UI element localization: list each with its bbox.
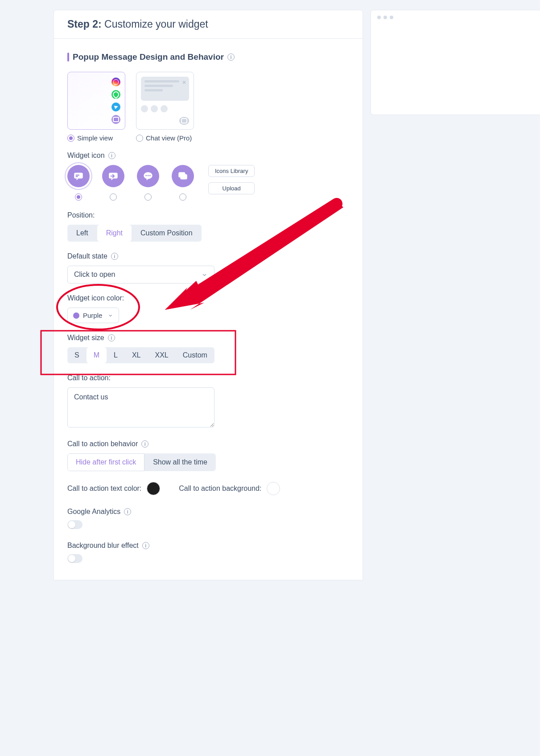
position-custom[interactable]: Custom Position	[132, 225, 202, 242]
svg-rect-2	[76, 176, 78, 177]
info-icon[interactable]	[124, 508, 131, 515]
size-xl[interactable]: XL	[125, 347, 148, 363]
default-state-select[interactable]: Click to open	[67, 266, 214, 284]
size-xxl[interactable]: XXL	[148, 347, 175, 363]
icon-color-dropdown[interactable]: Purple	[67, 308, 119, 323]
ga-label: Google Analytics	[67, 508, 349, 516]
position-right[interactable]: Right	[97, 225, 132, 242]
icons-library-button[interactable]: Icons Library	[208, 165, 255, 177]
cta-behavior-hide[interactable]: Hide after first click	[67, 453, 144, 471]
info-icon[interactable]	[227, 53, 235, 61]
view-option-simple[interactable]: Simple view	[67, 72, 125, 142]
chat-view-radio-row[interactable]: Chat view (Pro)	[136, 134, 194, 142]
radio-selected-icon	[67, 135, 74, 142]
upload-button[interactable]: Upload	[208, 182, 255, 194]
step-title: Step 2: Customize your widget	[67, 18, 349, 30]
view-option-chat[interactable]: ✕ Chat view (Pro)	[136, 72, 194, 142]
svg-point-5	[145, 175, 147, 177]
size-s[interactable]: S	[67, 347, 87, 363]
ga-toggle[interactable]	[67, 520, 82, 529]
svg-point-6	[148, 175, 149, 177]
widget-icon-option-1[interactable]	[67, 165, 90, 201]
size-custom[interactable]: Custom	[176, 347, 214, 363]
svg-rect-1	[76, 175, 80, 176]
close-icon: ✕	[182, 79, 186, 86]
section-title-text: Popup Message Design and Behavior	[73, 52, 224, 62]
cta-bg-color-picker[interactable]	[267, 482, 280, 495]
position-label: Position:	[67, 211, 349, 219]
info-icon[interactable]	[141, 440, 148, 448]
settings-panel: Step 2: Customize your widget Popup Mess…	[54, 10, 363, 580]
widget-size-segmented: S M L XL XXL Custom	[67, 347, 214, 363]
chat-view-preview: ✕	[136, 72, 194, 130]
chat-bubble-lines-icon	[67, 165, 90, 187]
info-icon[interactable]	[111, 253, 118, 260]
cta-behavior-label: Call to action behavior	[67, 440, 349, 448]
preview-pane	[371, 10, 540, 115]
radio-unselected-icon	[144, 193, 152, 201]
instagram-icon	[111, 78, 120, 86]
info-icon[interactable]	[108, 334, 115, 341]
default-state-label: Default state	[67, 252, 349, 260]
size-m[interactable]: M	[87, 347, 107, 363]
cta-text-color-label: Call to action text color:	[67, 485, 141, 493]
widget-icon-label: Widget icon	[67, 152, 349, 160]
radio-unselected-icon	[110, 193, 117, 201]
radio-selected-icon	[75, 193, 82, 201]
chat-bubble-dots-icon	[137, 165, 159, 187]
simple-view-preview	[67, 72, 125, 130]
radio-unselected-icon	[179, 193, 186, 201]
info-icon[interactable]	[142, 542, 149, 549]
simple-view-radio-row[interactable]: Simple view	[67, 134, 125, 142]
chat-view-label: Chat view (Pro)	[146, 134, 192, 142]
info-icon[interactable]	[108, 152, 115, 159]
section-title: Popup Message Design and Behavior	[67, 52, 349, 62]
default-state-value: Click to open	[74, 271, 115, 279]
step-header: Step 2: Customize your widget	[54, 10, 363, 39]
cta-textarea[interactable]	[67, 387, 214, 427]
icon-color-value: Purple	[83, 312, 102, 319]
section-accent-bar	[67, 53, 69, 62]
widget-icon-option-3[interactable]	[137, 165, 159, 201]
whatsapp-icon	[111, 90, 120, 99]
color-swatch-icon	[73, 312, 79, 319]
widget-icon-option-2[interactable]	[102, 165, 124, 201]
radio-unselected-icon	[136, 135, 143, 142]
cta-bg-color-label: Call to action background:	[179, 485, 261, 493]
svg-rect-9	[181, 174, 187, 180]
position-segmented: Left Right Custom Position	[67, 225, 202, 242]
chat-fab-icon	[179, 117, 189, 125]
cta-behavior-show[interactable]: Show all the time	[144, 453, 216, 471]
chat-icon	[111, 115, 120, 124]
icon-color-label: Widget icon color:	[67, 294, 349, 302]
svg-point-7	[149, 175, 151, 177]
chat-bubble-arrow-icon	[102, 165, 124, 187]
cta-text-color-picker[interactable]	[147, 482, 160, 495]
cta-behavior-segmented: Hide after first click Show all the time	[67, 453, 216, 471]
chat-bubble-double-icon	[172, 165, 194, 187]
telegram-icon	[111, 103, 120, 111]
widget-icon-option-4[interactable]	[172, 165, 194, 201]
simple-view-label: Simple view	[77, 134, 113, 142]
blur-toggle[interactable]	[67, 554, 82, 563]
cta-label: Call to action:	[67, 374, 349, 382]
window-dots-icon	[377, 16, 534, 19]
widget-size-label: Widget size	[67, 334, 349, 342]
size-l[interactable]: L	[107, 347, 125, 363]
position-left[interactable]: Left	[67, 225, 97, 242]
blur-label: Background blur effect	[67, 542, 349, 550]
